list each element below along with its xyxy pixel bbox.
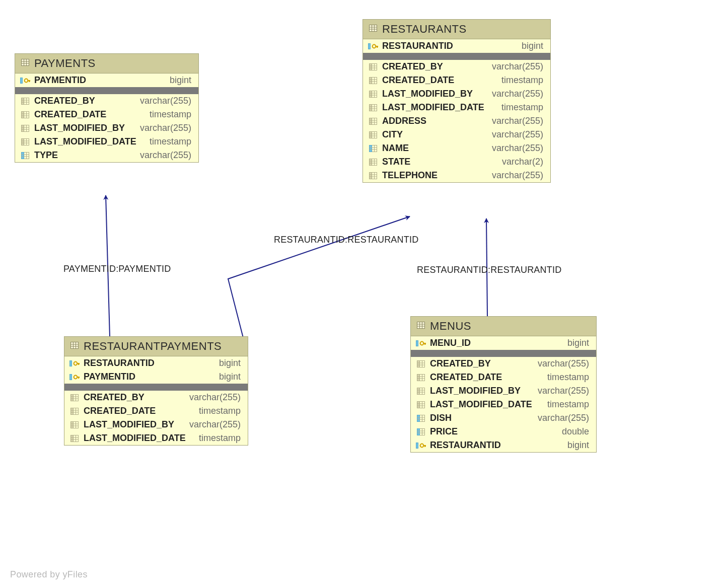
key-icon [20, 77, 30, 84]
column-type: bigint [567, 440, 589, 451]
column-row[interactable]: CREATED_DATEtimestamp [64, 404, 248, 418]
column-row[interactable]: LAST_MODIFIED_BYvarchar(255) [411, 384, 596, 398]
column-name: RESTAURANTID [430, 440, 501, 451]
table-header[interactable]: RESTAURANTS [363, 20, 550, 39]
column-icon [368, 91, 378, 98]
column-name: CREATED_BY [34, 96, 95, 106]
column-icon [20, 111, 30, 118]
pk-column-row[interactable]: PAYMENTIDbigint [64, 370, 248, 384]
column-icon [368, 63, 378, 70]
column-type: varchar(255) [492, 116, 543, 126]
column-type: varchar(255) [538, 386, 589, 396]
column-icon [416, 360, 426, 368]
table-menus[interactable]: MENUSMENU_IDbigintCREATED_BYvarchar(255)… [410, 316, 597, 453]
column-name: LAST_MODIFIED_BY [430, 386, 521, 396]
indexed-column-icon [20, 152, 30, 159]
column-name: NAME [382, 143, 409, 154]
column-row[interactable]: LAST_MODIFIED_DATEtimestamp [363, 101, 550, 114]
column-name: CREATED_DATE [382, 75, 454, 86]
table-header[interactable]: RESTAURANTPAYMENTS [64, 337, 248, 356]
column-name: TYPE [34, 150, 58, 161]
column-type: timestamp [547, 399, 589, 410]
table-icon [21, 59, 29, 68]
column-icon [69, 408, 80, 415]
pk-column-row[interactable]: RESTAURANTIDbigint [64, 356, 248, 370]
column-type: varchar(255) [140, 96, 191, 106]
column-row[interactable]: CREATED_DATEtimestamp [411, 371, 596, 384]
table-payments[interactable]: PAYMENTSPAYMENTIDbigintCREATED_BYvarchar… [15, 53, 199, 163]
column-icon [368, 172, 378, 179]
column-type: bigint [567, 338, 589, 348]
column-type: varchar(255) [189, 392, 241, 403]
table-header[interactable]: MENUS [411, 317, 596, 336]
column-icon [368, 77, 378, 84]
column-row[interactable]: TELEPHONEvarchar(255) [363, 169, 550, 182]
column-type: double [562, 426, 589, 437]
indexed-column-icon [368, 145, 378, 152]
table-title: RESTAURANTPAYMENTS [84, 340, 222, 353]
column-type: varchar(255) [492, 129, 543, 140]
table-restaurants[interactable]: RESTAURANTSRESTAURANTIDbigintCREATED_BYv… [362, 19, 551, 183]
column-row[interactable]: LAST_MODIFIED_BYvarchar(255) [64, 418, 248, 431]
column-row[interactable]: LAST_MODIFIED_BYvarchar(255) [15, 121, 198, 135]
column-icon [368, 118, 378, 125]
section-separator [363, 53, 550, 60]
column-icon [20, 125, 30, 132]
column-row[interactable]: PRICEdouble [411, 425, 596, 438]
column-row[interactable]: NAMEvarchar(255) [363, 141, 550, 155]
column-name: CITY [382, 129, 403, 140]
column-row[interactable]: CITYvarchar(255) [363, 128, 550, 141]
column-row[interactable]: LAST_MODIFIED_DATEtimestamp [411, 398, 596, 411]
relationship-label: RESTAURANTID:RESTAURANTID [417, 265, 561, 275]
relationship-label: RESTAURANTID:RESTAURANTID [274, 235, 418, 245]
key-icon [69, 360, 80, 367]
column-type: timestamp [199, 433, 241, 444]
column-type: timestamp [150, 109, 191, 120]
column-row[interactable]: CREATED_DATEtimestamp [15, 108, 198, 121]
indexed-column-icon [416, 415, 426, 422]
table-header[interactable]: PAYMENTS [15, 54, 198, 74]
column-type: timestamp [150, 136, 191, 147]
column-type: timestamp [501, 102, 543, 113]
column-type: varchar(255) [189, 419, 241, 430]
table-icon [70, 342, 79, 351]
pk-column-row[interactable]: MENU_IDbigint [411, 336, 596, 350]
indexed-column-icon [416, 428, 426, 435]
footer-credit: Powered by yFiles [10, 569, 88, 580]
column-row[interactable]: LAST_MODIFIED_DATEtimestamp [64, 431, 248, 445]
pk-column-row[interactable]: PAYMENTIDbigint [15, 74, 198, 87]
column-name: ADDRESS [382, 116, 426, 126]
column-type: bigint [219, 358, 241, 369]
column-icon [368, 104, 378, 111]
column-row[interactable]: LAST_MODIFIED_BYvarchar(255) [363, 87, 550, 101]
column-name: LAST_MODIFIED_DATE [430, 399, 532, 410]
column-row[interactable]: CREATED_BYvarchar(255) [64, 391, 248, 404]
column-type: timestamp [199, 406, 241, 416]
column-icon [416, 401, 426, 408]
column-icon [416, 388, 426, 395]
column-name: CREATED_BY [430, 358, 491, 369]
key-icon [69, 374, 80, 381]
column-name: CREATED_DATE [430, 372, 502, 383]
relationship-label: PAYMENTID:PAYMENTID [63, 264, 171, 274]
column-row[interactable]: CREATED_DATEtimestamp [363, 74, 550, 87]
column-row[interactable]: ADDRESSvarchar(255) [363, 114, 550, 128]
pk-column-row[interactable]: RESTAURANTIDbigint [363, 39, 550, 53]
column-row[interactable]: DISHvarchar(255) [411, 411, 596, 425]
column-name: LAST_MODIFIED_DATE [84, 433, 186, 444]
column-row[interactable]: CREATED_BYvarchar(255) [15, 94, 198, 108]
table-restaurantpayments[interactable]: RESTAURANTPAYMENTSRESTAURANTIDbigintPAYM… [64, 336, 248, 446]
column-type: timestamp [501, 75, 543, 86]
column-row[interactable]: TYPEvarchar(255) [15, 149, 198, 162]
column-icon [20, 138, 30, 145]
column-row[interactable]: CREATED_BYvarchar(255) [411, 357, 596, 371]
column-icon [69, 435, 80, 442]
column-row[interactable]: LAST_MODIFIED_DATEtimestamp [15, 135, 198, 149]
column-row[interactable]: RESTAURANTIDbigint [411, 438, 596, 452]
column-name: PAYMENTID [34, 75, 86, 86]
column-row[interactable]: CREATED_BYvarchar(255) [363, 60, 550, 74]
column-row[interactable]: STATEvarchar(2) [363, 155, 550, 169]
column-name: PAYMENTID [84, 372, 135, 382]
column-icon [368, 159, 378, 166]
column-type: varchar(255) [492, 89, 543, 99]
